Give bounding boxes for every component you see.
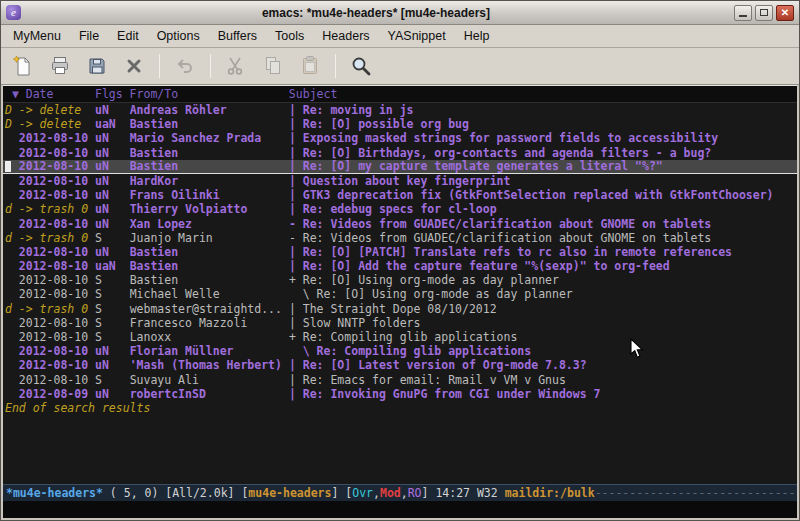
row-field: Francesco Mazzoli xyxy=(130,316,289,330)
row-field: 2012-08-10 xyxy=(5,358,95,372)
headers-column-header[interactable]: ▼ Date Flgs From/To Subject xyxy=(3,85,797,103)
row-field: webmaster@straightd... xyxy=(130,302,289,316)
menu-headers[interactable]: Headers xyxy=(313,27,378,45)
close-button[interactable]: ✕ xyxy=(776,5,794,21)
close-buffer-icon xyxy=(122,54,146,78)
mode-line[interactable]: *mu4e-headers* ( 5, 0) [All/2.0k] [mu4e-… xyxy=(3,484,797,501)
message-row[interactable]: D -> delete uaN Bastien | Re: [O] possib… xyxy=(3,117,797,131)
message-row[interactable]: 2012-08-10 uN Bastien | Re: [O] my captu… xyxy=(3,160,797,174)
message-row[interactable]: 2012-08-10 uN Bastien | Re: [O] [PATCH] … xyxy=(3,245,797,259)
search-button[interactable] xyxy=(347,52,375,80)
row-field: 2012-08-09 xyxy=(5,387,95,401)
row-field: uN xyxy=(95,174,130,188)
message-row[interactable]: 2012-08-10 uN Florian Müllner \ Re: Comp… xyxy=(3,344,797,358)
modeline-segment: maildir:/bulk xyxy=(505,486,595,500)
message-row[interactable]: 2012-08-10 uN Mario Sanchez Prada | Expo… xyxy=(3,131,797,145)
row-field: S xyxy=(95,373,130,387)
row-field: uN xyxy=(95,344,130,358)
message-row[interactable]: 2012-08-10 S Michael Welle \ Re: [O] Usi… xyxy=(3,287,797,301)
menu-yasnippet[interactable]: YASnippet xyxy=(379,27,455,45)
row-field: | Re: Invoking GnuPG from CGI under Wind… xyxy=(289,387,601,401)
message-row[interactable]: 2012-08-10 S Lanoxx + Re: Compiling glib… xyxy=(3,330,797,344)
message-row[interactable]: 2012-08-10 S Bastien + Re: [O] Using org… xyxy=(3,273,797,287)
menu-options[interactable]: Options xyxy=(148,27,209,45)
paste-icon xyxy=(298,54,322,78)
row-field: + Re: [O] Using org-mode as day planner xyxy=(289,273,559,287)
row-field: 'Mash (Thomas Herbert) xyxy=(130,358,289,372)
row-field: uN xyxy=(95,131,130,145)
row-field: d -> trash 0 xyxy=(5,302,95,316)
message-row[interactable]: 2012-08-10 uN Bastien | Re: [O] Birthday… xyxy=(3,146,797,160)
new-file-button[interactable] xyxy=(9,52,37,80)
message-row[interactable]: D -> delete uN Andreas Röhler | Re: movi… xyxy=(3,103,797,117)
message-row[interactable]: d -> trash 0 S Juanjo Marin - Re: Videos… xyxy=(3,231,797,245)
maximize-button[interactable] xyxy=(755,5,773,21)
row-field: | Re: moving in js xyxy=(289,103,414,117)
titlebar[interactable]: e emacs: *mu4e-headers* [mu4e-headers] ✕ xyxy=(1,1,799,25)
undo-icon xyxy=(173,54,197,78)
close-buffer-button[interactable] xyxy=(120,52,148,80)
cut-button[interactable] xyxy=(222,52,250,80)
row-field: Andreas Röhler xyxy=(130,103,289,117)
row-field: \ Re: [O] Using org-mode as day planner xyxy=(289,287,573,301)
toolbar-separator xyxy=(335,54,336,78)
row-field: uaN xyxy=(95,117,130,131)
window-title: emacs: *mu4e-headers* [mu4e-headers] xyxy=(21,6,731,20)
print-button[interactable] xyxy=(46,52,74,80)
message-row[interactable]: 2012-08-10 S Suvayu Ali | Re: Emacs for … xyxy=(3,373,797,387)
menu-file[interactable]: File xyxy=(70,27,108,45)
menu-buffers[interactable]: Buffers xyxy=(209,27,266,45)
paste-button[interactable] xyxy=(296,52,324,80)
row-field: Juanjo Marin xyxy=(130,231,289,245)
message-row[interactable]: 2012-08-10 uN 'Mash (Thomas Herbert) | R… xyxy=(3,358,797,372)
save-button[interactable] xyxy=(83,52,111,80)
menu-help[interactable]: Help xyxy=(455,27,499,45)
menu-mymenu[interactable]: MyMenu xyxy=(4,27,70,45)
minimize-button[interactable] xyxy=(734,5,752,21)
print-icon xyxy=(48,54,72,78)
row-field: 2012-08-10 xyxy=(5,245,95,259)
modeline-segment: , xyxy=(401,486,408,500)
copy-button[interactable] xyxy=(259,52,287,80)
row-field: Mario Sanchez Prada xyxy=(130,131,289,145)
modeline-segment: 14:27 W32 xyxy=(435,486,504,500)
modeline-segment: Ovr xyxy=(352,486,373,500)
row-field: | Re: Emacs for email: Rmail v VM v Gnus xyxy=(289,373,566,387)
message-row[interactable]: d -> trash 0 S webmaster@straightd... | … xyxy=(3,302,797,316)
row-field: + Re: Compiling glib applications xyxy=(289,330,517,344)
row-field: | Re: [O] possible org bug xyxy=(289,117,469,131)
message-row[interactable]: 2012-08-10 uN Frans Oilinki | GTK3 depre… xyxy=(3,188,797,202)
message-row[interactable]: 2012-08-09 uN robertcInSD | Re: Invoking… xyxy=(3,387,797,401)
row-field: | Re: [O] my capture template generates … xyxy=(289,159,663,173)
row-field: 2012-08-10 xyxy=(5,146,95,160)
message-row[interactable]: d -> trash 0 uN Thierry Volpiatto | Re: … xyxy=(3,202,797,216)
row-field: 2012-08-10 xyxy=(5,259,95,273)
row-field: D -> delete xyxy=(5,117,95,131)
message-row[interactable]: 2012-08-10 S Francesco Mazzoli | Slow NN… xyxy=(3,316,797,330)
modeline-segment: ] xyxy=(422,486,436,500)
row-field: 2012-08-10 xyxy=(5,344,95,358)
row-field: 2012-08-10 xyxy=(5,330,95,344)
row-field: 2012-08-10 xyxy=(5,131,95,145)
row-field: | Re: edebug specs for cl-loop xyxy=(289,202,497,216)
row-field: uN xyxy=(95,245,130,259)
row-field: S xyxy=(95,287,130,301)
undo-button[interactable] xyxy=(171,52,199,80)
row-field: d -> trash 0 xyxy=(5,202,95,216)
row-field: | Re: [O] Add the capture feature "%(sex… xyxy=(289,259,670,273)
row-field: Frans Oilinki xyxy=(130,188,289,202)
row-field: | Re: [O] [PATCH] Translate refs to rc a… xyxy=(289,245,732,259)
close-icon: ✕ xyxy=(781,8,789,18)
message-row[interactable]: 2012-08-10 uN HardKor | Question about k… xyxy=(3,174,797,188)
row-field: Bastien xyxy=(130,146,289,160)
emacs-frame: ▼ Date Flgs From/To Subject D -> delete … xyxy=(1,85,799,520)
row-field: uN xyxy=(95,202,130,216)
emacs-app-icon: e xyxy=(6,5,21,20)
menu-tools[interactable]: Tools xyxy=(266,27,313,45)
menu-edit[interactable]: Edit xyxy=(108,27,148,45)
row-field: Florian Müllner xyxy=(130,344,289,358)
row-field: 2012-08-10 xyxy=(5,217,95,231)
row-field: uN xyxy=(95,217,130,231)
message-row[interactable]: 2012-08-10 uN Xan Lopez - Re: Videos fro… xyxy=(3,217,797,231)
message-row[interactable]: 2012-08-10 uaN Bastien | Re: [O] Add the… xyxy=(3,259,797,273)
